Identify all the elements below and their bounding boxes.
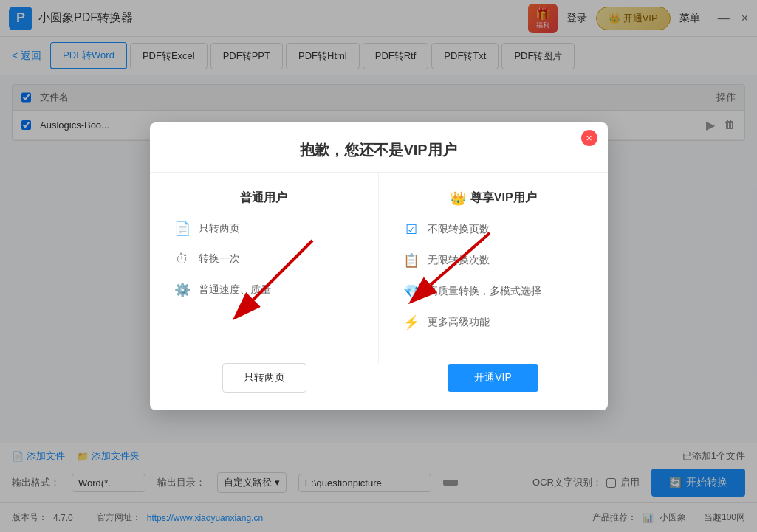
modal-footer-right: 开通VIP [379, 363, 608, 393]
modal-footer: 只转两页 开通VIP [150, 363, 608, 410]
normal-quality-icon: ⚙️ [174, 282, 191, 298]
unlimited-converts-text: 无限转换次数 [428, 254, 490, 267]
vip-title-text: 尊享VIP用户 [470, 190, 537, 206]
crown-icon: 👑 [450, 190, 466, 207]
one-convert-text: 转换一次 [199, 252, 240, 266]
vip-user-title: 👑 尊享VIP用户 [403, 190, 584, 207]
unlimited-converts-icon: 📋 [403, 252, 420, 269]
open-vip-button[interactable]: 开通VIP [448, 364, 538, 392]
unlimited-pages-text: 不限转换页数 [428, 223, 490, 236]
feature-one-convert: ⏱ 转换一次 [174, 252, 355, 267]
normal-quality-text: 普通速度、质量 [199, 283, 271, 297]
feature-advanced: ⚡ 更多高级功能 [403, 314, 584, 331]
unlimited-pages-icon: ☑ [403, 221, 420, 238]
high-quality-text: 高质量转换，多模式选择 [428, 285, 541, 298]
modal-title: 抱歉，您还不是VIP用户 [150, 122, 608, 173]
advanced-icon: ⚡ [403, 314, 420, 331]
feature-high-quality: 💎 高质量转换，多模式选择 [403, 283, 584, 300]
feature-normal-quality: ⚙️ 普通速度、质量 [174, 282, 355, 298]
feature-unlimited-pages: ☑ 不限转换页数 [403, 221, 584, 238]
advanced-text: 更多高级功能 [428, 316, 490, 329]
modal-footer-left: 只转两页 [150, 363, 379, 393]
modal-col-vip: 👑 尊享VIP用户 ☑ 不限转换页数 📋 无限转换次数 💎 高质量转换，多模式选… [379, 173, 608, 363]
modal-body: 普通用户 📄 只转两页 ⏱ 转换一次 ⚙️ 普通速度、质量 👑 尊享 [150, 173, 608, 363]
feature-two-pages: 📄 只转两页 [174, 221, 355, 237]
normal-user-title: 普通用户 [174, 190, 355, 206]
two-pages-text: 只转两页 [199, 222, 240, 235]
vip-modal: × 抱歉，您还不是VIP用户 普通用户 📄 只转两页 ⏱ 转换一次 ⚙️ 普通速… [150, 122, 608, 410]
high-quality-icon: 💎 [403, 283, 420, 300]
feature-unlimited-converts: 📋 无限转换次数 [403, 252, 584, 269]
one-convert-icon: ⏱ [174, 252, 191, 267]
only-two-pages-button[interactable]: 只转两页 [222, 363, 306, 393]
modal-col-normal: 普通用户 📄 只转两页 ⏱ 转换一次 ⚙️ 普通速度、质量 [150, 173, 380, 363]
two-pages-icon: 📄 [174, 221, 191, 237]
modal-close-button[interactable]: × [581, 130, 597, 146]
modal-overlay: × 抱歉，您还不是VIP用户 普通用户 📄 只转两页 ⏱ 转换一次 ⚙️ 普通速… [0, 0, 757, 532]
